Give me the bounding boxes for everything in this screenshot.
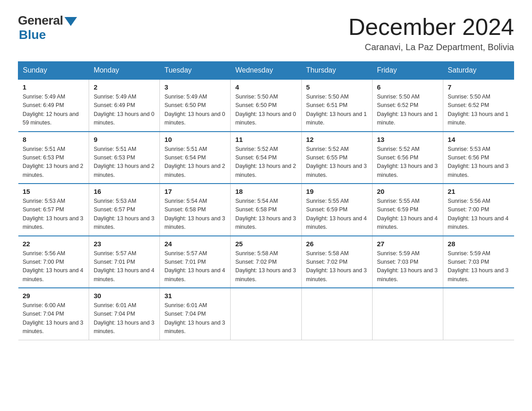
day-number: 19 <box>306 188 368 195</box>
calendar-cell: 3 Sunrise: 5:49 AMSunset: 6:50 PMDayligh… <box>160 79 231 132</box>
header-cell-sunday: Sunday <box>18 62 89 80</box>
day-info: Sunrise: 5:49 AMSunset: 6:49 PMDaylight:… <box>94 94 154 126</box>
day-info: Sunrise: 5:49 AMSunset: 6:49 PMDaylight:… <box>23 94 79 126</box>
calendar-cell: 8 Sunrise: 5:51 AMSunset: 6:53 PMDayligh… <box>18 132 89 184</box>
day-number: 2 <box>94 83 155 91</box>
day-number: 14 <box>448 136 510 143</box>
calendar-cell: 27 Sunrise: 5:59 AMSunset: 7:03 PMDaylig… <box>372 236 443 288</box>
day-info: Sunrise: 5:57 AMSunset: 7:01 PMDaylight:… <box>94 250 154 283</box>
title-section: December 2024 Caranavi, La Paz Departmen… <box>348 13 514 52</box>
day-number: 8 <box>23 136 85 143</box>
calendar-cell: 22 Sunrise: 5:56 AMSunset: 7:00 PMDaylig… <box>18 236 89 288</box>
calendar-cell <box>443 288 514 340</box>
day-info: Sunrise: 5:52 AMSunset: 6:54 PMDaylight:… <box>235 146 296 178</box>
calendar-cell: 30 Sunrise: 6:01 AMSunset: 7:04 PMDaylig… <box>89 288 160 340</box>
day-number: 25 <box>235 240 296 248</box>
day-info: Sunrise: 6:01 AMSunset: 7:04 PMDaylight:… <box>164 302 225 334</box>
day-number: 10 <box>164 136 226 143</box>
day-number: 31 <box>164 292 226 300</box>
day-number: 30 <box>94 292 155 300</box>
calendar-cell <box>301 288 372 340</box>
header-cell-saturday: Saturday <box>443 62 514 80</box>
calendar-cell: 21 Sunrise: 5:56 AMSunset: 7:00 PMDaylig… <box>443 184 514 236</box>
day-info: Sunrise: 5:53 AMSunset: 6:57 PMDaylight:… <box>94 198 154 230</box>
day-number: 28 <box>448 240 510 248</box>
header-cell-monday: Monday <box>89 62 160 80</box>
day-number: 12 <box>306 136 368 143</box>
day-info: Sunrise: 5:54 AMSunset: 6:58 PMDaylight:… <box>164 198 225 230</box>
calendar-cell: 10 Sunrise: 5:51 AMSunset: 6:54 PMDaylig… <box>160 132 231 184</box>
day-info: Sunrise: 5:53 AMSunset: 6:57 PMDaylight:… <box>23 198 84 230</box>
day-number: 16 <box>94 188 155 195</box>
calendar-cell: 16 Sunrise: 5:53 AMSunset: 6:57 PMDaylig… <box>89 184 160 236</box>
day-info: Sunrise: 6:01 AMSunset: 7:04 PMDaylight:… <box>94 302 154 334</box>
calendar-title: December 2024 <box>348 13 514 40</box>
logo-general-text: General <box>18 13 63 28</box>
header-cell-tuesday: Tuesday <box>160 62 231 80</box>
calendar-cell: 17 Sunrise: 5:54 AMSunset: 6:58 PMDaylig… <box>160 184 231 236</box>
day-number: 4 <box>235 83 296 91</box>
day-info: Sunrise: 5:56 AMSunset: 7:00 PMDaylight:… <box>448 198 509 230</box>
calendar-week-row: 8 Sunrise: 5:51 AMSunset: 6:53 PMDayligh… <box>18 132 514 184</box>
calendar-subtitle: Caranavi, La Paz Department, Bolivia <box>348 42 514 52</box>
calendar-cell: 19 Sunrise: 5:55 AMSunset: 6:59 PMDaylig… <box>301 184 372 236</box>
day-info: Sunrise: 5:54 AMSunset: 6:58 PMDaylight:… <box>235 198 296 230</box>
day-number: 5 <box>306 83 368 91</box>
calendar-cell: 26 Sunrise: 5:58 AMSunset: 7:02 PMDaylig… <box>301 236 372 288</box>
calendar-cell: 29 Sunrise: 6:00 AMSunset: 7:04 PMDaylig… <box>18 288 89 340</box>
calendar-cell: 12 Sunrise: 5:52 AMSunset: 6:55 PMDaylig… <box>301 132 372 184</box>
calendar-cell: 4 Sunrise: 5:50 AMSunset: 6:50 PMDayligh… <box>231 79 301 132</box>
day-info: Sunrise: 5:58 AMSunset: 7:02 PMDaylight:… <box>235 250 296 283</box>
day-info: Sunrise: 5:51 AMSunset: 6:54 PMDaylight:… <box>164 146 225 178</box>
calendar-cell: 6 Sunrise: 5:50 AMSunset: 6:52 PMDayligh… <box>372 79 443 132</box>
calendar-cell: 7 Sunrise: 5:50 AMSunset: 6:52 PMDayligh… <box>443 79 514 132</box>
calendar-cell: 1 Sunrise: 5:49 AMSunset: 6:49 PMDayligh… <box>18 79 89 132</box>
day-info: Sunrise: 5:55 AMSunset: 6:59 PMDaylight:… <box>377 198 438 230</box>
calendar-cell <box>372 288 443 340</box>
day-number: 11 <box>235 136 296 143</box>
calendar-body: 1 Sunrise: 5:49 AMSunset: 6:49 PMDayligh… <box>18 79 514 340</box>
day-number: 29 <box>23 292 85 300</box>
calendar-cell: 18 Sunrise: 5:54 AMSunset: 6:58 PMDaylig… <box>231 184 301 236</box>
header-cell-friday: Friday <box>372 62 443 80</box>
calendar-cell: 28 Sunrise: 5:59 AMSunset: 7:03 PMDaylig… <box>443 236 514 288</box>
logo: General Blue <box>18 13 77 42</box>
calendar-week-row: 29 Sunrise: 6:00 AMSunset: 7:04 PMDaylig… <box>18 288 514 340</box>
calendar-table: SundayMondayTuesdayWednesdayThursdayFrid… <box>18 61 514 340</box>
calendar-header: SundayMondayTuesdayWednesdayThursdayFrid… <box>18 62 514 80</box>
day-number: 3 <box>164 83 226 91</box>
day-number: 7 <box>448 83 510 91</box>
day-info: Sunrise: 5:59 AMSunset: 7:03 PMDaylight:… <box>448 250 509 283</box>
calendar-cell: 5 Sunrise: 5:50 AMSunset: 6:51 PMDayligh… <box>301 79 372 132</box>
day-number: 20 <box>377 188 438 195</box>
day-info: Sunrise: 5:50 AMSunset: 6:52 PMDaylight:… <box>448 94 509 126</box>
day-number: 18 <box>235 188 296 195</box>
calendar-cell: 14 Sunrise: 5:53 AMSunset: 6:56 PMDaylig… <box>443 132 514 184</box>
day-info: Sunrise: 5:53 AMSunset: 6:56 PMDaylight:… <box>448 146 509 178</box>
day-info: Sunrise: 5:57 AMSunset: 7:01 PMDaylight:… <box>164 250 225 283</box>
day-number: 9 <box>94 136 155 143</box>
day-number: 6 <box>377 83 438 91</box>
header-cell-thursday: Thursday <box>301 62 372 80</box>
day-info: Sunrise: 5:49 AMSunset: 6:50 PMDaylight:… <box>164 94 225 126</box>
day-info: Sunrise: 5:50 AMSunset: 6:50 PMDaylight:… <box>235 94 296 126</box>
day-info: Sunrise: 5:51 AMSunset: 6:53 PMDaylight:… <box>94 146 154 178</box>
calendar-cell: 24 Sunrise: 5:57 AMSunset: 7:01 PMDaylig… <box>160 236 231 288</box>
day-number: 15 <box>23 188 85 195</box>
day-number: 26 <box>306 240 368 248</box>
calendar-cell: 11 Sunrise: 5:52 AMSunset: 6:54 PMDaylig… <box>231 132 301 184</box>
page-header: General Blue December 2024 Caranavi, La … <box>18 13 514 52</box>
day-number: 27 <box>377 240 438 248</box>
day-info: Sunrise: 5:58 AMSunset: 7:02 PMDaylight:… <box>306 250 367 283</box>
day-number: 17 <box>164 188 226 195</box>
calendar-cell <box>231 288 301 340</box>
logo-triangle-icon <box>64 17 77 26</box>
calendar-cell: 31 Sunrise: 6:01 AMSunset: 7:04 PMDaylig… <box>160 288 231 340</box>
logo-blue-text: Blue <box>19 28 46 42</box>
calendar-week-row: 1 Sunrise: 5:49 AMSunset: 6:49 PMDayligh… <box>18 79 514 132</box>
day-info: Sunrise: 6:00 AMSunset: 7:04 PMDaylight:… <box>23 302 84 334</box>
header-row: SundayMondayTuesdayWednesdayThursdayFrid… <box>18 62 514 80</box>
day-info: Sunrise: 5:51 AMSunset: 6:53 PMDaylight:… <box>23 146 84 178</box>
calendar-cell: 25 Sunrise: 5:58 AMSunset: 7:02 PMDaylig… <box>231 236 301 288</box>
calendar-cell: 23 Sunrise: 5:57 AMSunset: 7:01 PMDaylig… <box>89 236 160 288</box>
